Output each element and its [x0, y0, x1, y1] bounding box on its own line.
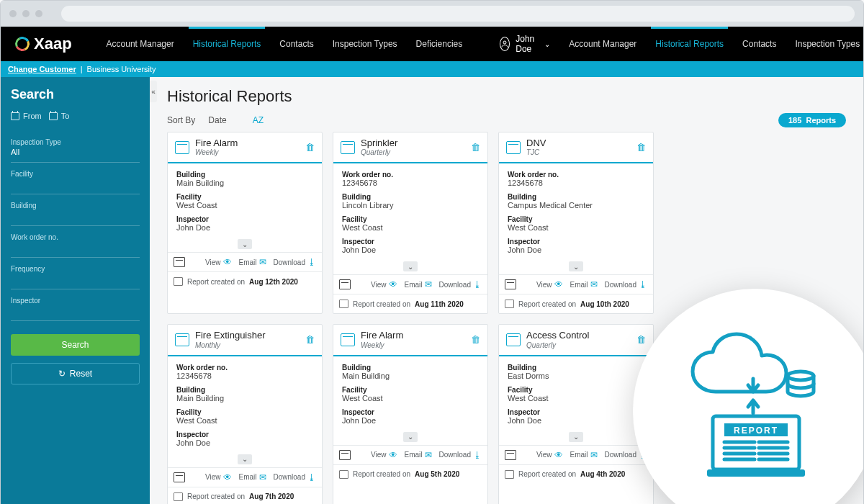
sort-option-az[interactable]: AZ — [253, 115, 264, 125]
email-button[interactable]: Email✉ — [405, 450, 432, 460]
field-value: Main Building — [342, 372, 479, 380]
filter-work-order-no-[interactable]: Work order no. — [11, 226, 140, 258]
user-avatar-icon — [500, 37, 510, 51]
view-button[interactable]: View👁 — [371, 279, 397, 289]
expand-button[interactable]: ⌄ — [569, 432, 583, 442]
nav-account-manager[interactable]: Account Manager — [569, 39, 636, 49]
download-button[interactable]: Download⭳ — [439, 279, 482, 289]
filter-inspector[interactable]: Inspector — [11, 289, 140, 321]
divider: | — [81, 65, 83, 73]
delete-button[interactable]: 🗑 — [471, 334, 480, 345]
search-button[interactable]: Search — [11, 334, 140, 356]
from-date-input[interactable]: From — [11, 109, 42, 122]
customer-bar: Change Customer | Business University — [1, 61, 863, 77]
delete-button[interactable]: 🗑 — [305, 334, 315, 345]
footer-prefix: Report created on — [187, 278, 245, 286]
view-button[interactable]: View👁 — [536, 450, 563, 460]
browser-chrome-bar — [1, 1, 863, 27]
field-value: 12345678 — [508, 179, 644, 187]
expand-button[interactable]: ⌄ — [569, 261, 583, 271]
nav-deficiencies[interactable]: Deficiencies — [416, 39, 463, 49]
filter-frequency[interactable]: Frequency — [11, 258, 140, 289]
expand-button[interactable]: ⌄ — [238, 454, 252, 464]
app-viewport: Xaap Account ManagerHistorical ReportsCo… — [1, 27, 863, 504]
email-button[interactable]: Email✉ — [405, 279, 432, 289]
view-button[interactable]: View👁 — [205, 472, 232, 482]
email-button[interactable]: Email✉ — [570, 279, 598, 289]
svg-point-0 — [503, 41, 506, 44]
user-menu[interactable]: John Doe ⌄ — [500, 34, 550, 54]
brand-logo[interactable]: Xaap — [15, 35, 72, 53]
svg-text:REPORT: REPORT — [734, 426, 778, 436]
nav-historical-reports[interactable]: Historical Reports — [655, 39, 724, 49]
expand-button[interactable]: ⌄ — [403, 432, 418, 442]
filter-label: Frequency — [11, 265, 140, 273]
delete-button[interactable]: 🗑 — [305, 142, 315, 153]
window-dot-icon — [9, 10, 17, 17]
nav-contacts[interactable]: Contacts — [742, 39, 776, 49]
expand-button[interactable]: ⌄ — [403, 261, 418, 271]
mail-icon: ✉ — [259, 472, 266, 482]
card-subtitle: Weekly — [361, 341, 465, 349]
card-subtitle: Quarterly — [526, 341, 631, 349]
refresh-icon: ↻ — [58, 369, 66, 379]
nav-account-manager[interactable]: Account Manager — [107, 39, 174, 49]
field-label: Facility — [508, 386, 644, 394]
delete-button[interactable]: 🗑 — [636, 334, 646, 345]
view-button[interactable]: View👁 — [371, 450, 397, 460]
view-button[interactable]: View👁 — [205, 257, 232, 267]
expand-button[interactable]: ⌄ — [238, 239, 252, 249]
nav-historical-reports[interactable]: Historical Reports — [193, 39, 261, 49]
download-icon: ⭳ — [639, 279, 647, 289]
download-button[interactable]: Download⭳ — [439, 450, 482, 460]
sidebar-title: Search — [11, 87, 140, 102]
sort-by-label: Sort By — [167, 115, 195, 125]
report-type-icon — [506, 141, 521, 154]
sort-option-date[interactable]: Date — [208, 115, 226, 125]
card-footer: Report created on Aug 10th 2020 — [499, 294, 653, 313]
field-label: Inspector — [176, 431, 313, 438]
download-icon: ⭳ — [307, 472, 316, 482]
download-button[interactable]: Download⭳ — [274, 472, 316, 482]
eye-icon: 👁 — [554, 279, 563, 289]
report-type-icon — [175, 333, 189, 346]
current-customer: Business University — [87, 65, 156, 73]
field-value: John Doe — [176, 438, 313, 447]
download-icon: ⭳ — [473, 279, 482, 289]
collapse-sidebar-button[interactable]: « — [150, 81, 157, 102]
field-value: West Coast — [508, 223, 644, 232]
filter-label: Inspection Type — [11, 138, 140, 146]
url-bar[interactable] — [61, 6, 855, 22]
report-icon — [505, 450, 516, 460]
created-date: Aug 4th 2020 — [580, 470, 625, 478]
email-button[interactable]: Email✉ — [570, 450, 598, 460]
to-label: To — [61, 112, 70, 120]
email-button[interactable]: Email✉ — [239, 257, 266, 267]
delete-button[interactable]: 🗑 — [636, 142, 646, 153]
nav-inspection-types[interactable]: Inspection Types — [795, 39, 860, 49]
email-button[interactable]: Email✉ — [239, 472, 266, 482]
filter-building[interactable]: Building — [11, 194, 140, 226]
filter-facility[interactable]: Facility — [11, 163, 140, 194]
mail-icon: ✉ — [425, 450, 432, 460]
filter-inspection-type[interactable]: Inspection Type All — [11, 131, 140, 163]
field-label: Building — [176, 171, 313, 179]
nav-inspection-types[interactable]: Inspection Types — [333, 39, 397, 49]
eye-icon: 👁 — [223, 257, 232, 267]
mail-icon: ✉ — [590, 450, 598, 460]
download-button[interactable]: Download⭳ — [605, 279, 647, 289]
field-value: West Coast — [176, 416, 313, 425]
mail-icon: ✉ — [425, 279, 432, 289]
nav-contacts[interactable]: Contacts — [279, 39, 313, 49]
filter-label: Facility — [11, 170, 140, 178]
change-customer-link[interactable]: Change Customer — [8, 65, 76, 73]
field-label: Inspector — [342, 408, 479, 416]
filter-value — [11, 211, 140, 220]
field-value: John Doe — [342, 246, 479, 254]
field-label: Inspector — [342, 238, 479, 246]
to-date-input[interactable]: To — [49, 109, 70, 122]
delete-button[interactable]: 🗑 — [471, 142, 480, 153]
view-button[interactable]: View👁 — [536, 279, 563, 289]
reset-button[interactable]: ↻ Reset — [11, 363, 140, 384]
download-button[interactable]: Download⭳ — [274, 257, 316, 267]
